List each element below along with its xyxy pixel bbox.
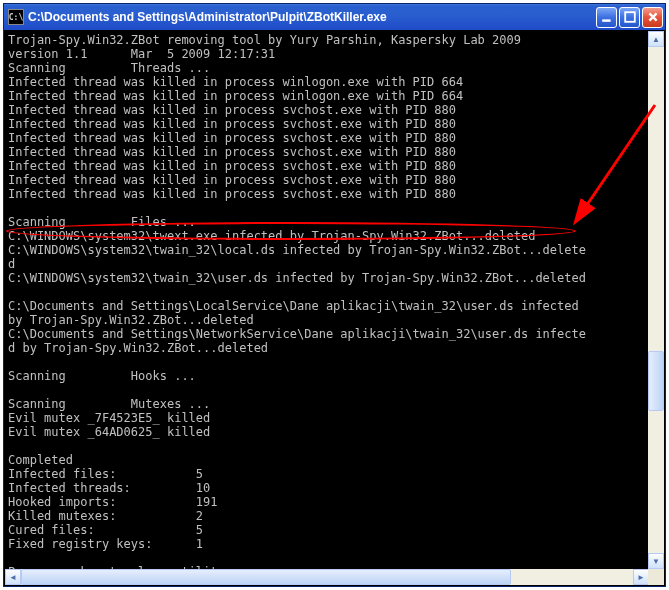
svg-rect-1 <box>625 12 635 22</box>
close-button[interactable] <box>642 7 663 28</box>
svg-rect-0 <box>602 19 610 21</box>
console-line: Trojan-Spy.Win32.ZBot removing tool by Y… <box>8 33 661 47</box>
console-line: C:\WINDOWS\system32\twain_32\local.ds in… <box>8 243 661 257</box>
console-line: C:\Documents and Settings\NetworkService… <box>8 327 661 341</box>
title-text: C:\Documents and Settings\Administrator\… <box>28 10 596 24</box>
console-line: Infected thread was killed in process sv… <box>8 159 661 173</box>
console-line: Scanning Hooks ... <box>8 369 661 383</box>
console-line: Infected thread was killed in process wi… <box>8 89 661 103</box>
console-line: Completed <box>8 453 661 467</box>
scroll-thumb-h[interactable] <box>21 569 511 585</box>
console-line: Infected files: 5 <box>8 467 661 481</box>
console-line: by Trojan-Spy.Win32.ZBot...deleted <box>8 313 661 327</box>
vertical-scrollbar[interactable]: ▲ ▼ <box>648 31 664 569</box>
console-line: Killed mutexes: 2 <box>8 509 661 523</box>
window-buttons <box>596 7 663 28</box>
console-line: Scanning Files ... <box>8 215 661 229</box>
console-line <box>8 355 661 369</box>
horizontal-scrollbar[interactable]: ◄ ► <box>5 569 649 585</box>
console-line <box>8 383 661 397</box>
console-output: Trojan-Spy.Win32.ZBot removing tool by Y… <box>4 30 665 586</box>
minimize-button[interactable] <box>596 7 617 28</box>
titlebar[interactable]: C:\ C:\Documents and Settings\Administra… <box>4 4 665 30</box>
console-line: Infected thread was killed in process sv… <box>8 187 661 201</box>
scroll-right-button[interactable]: ► <box>633 569 649 585</box>
console-line: Infected thread was killed in process sv… <box>8 145 661 159</box>
console-line: Fixed registry keys: 1 <box>8 537 661 551</box>
console-line: d <box>8 257 661 271</box>
command-prompt-window: C:\ C:\Documents and Settings\Administra… <box>3 3 666 587</box>
console-line: version 1.1 Mar 5 2009 12:17:31 <box>8 47 661 61</box>
scroll-down-button[interactable]: ▼ <box>648 553 664 569</box>
scroll-thumb-v[interactable] <box>648 351 664 411</box>
console-line: Infected thread was killed in process wi… <box>8 75 661 89</box>
scroll-track-v[interactable] <box>648 47 664 553</box>
console-line: Infected thread was killed in process sv… <box>8 173 661 187</box>
scroll-up-button[interactable]: ▲ <box>648 31 664 47</box>
scroll-left-button[interactable]: ◄ <box>5 569 21 585</box>
console-line: Scanning Threads ... <box>8 61 661 75</box>
console-line: Infected thread was killed in process sv… <box>8 131 661 145</box>
console-line <box>8 439 661 453</box>
console-line: Infected thread was killed in process sv… <box>8 117 661 131</box>
maximize-button[interactable] <box>619 7 640 28</box>
console-line: Infected thread was killed in process sv… <box>8 103 661 117</box>
scrollbar-corner <box>648 569 664 585</box>
scroll-track-h[interactable] <box>21 569 633 585</box>
console-line: Evil mutex _7F4523E5_ killed <box>8 411 661 425</box>
console-line: Infected threads: 10 <box>8 481 661 495</box>
console-line: Scanning Mutexes ... <box>8 397 661 411</box>
console-line: Hooked imports: 191 <box>8 495 661 509</box>
console-line <box>8 551 661 565</box>
console-line: d by Trojan-Spy.Win32.ZBot...deleted <box>8 341 661 355</box>
console-line <box>8 285 661 299</box>
console-line: C:\WINDOWS\system32\twain_32\user.ds inf… <box>8 271 661 285</box>
console-line: Cured files: 5 <box>8 523 661 537</box>
console-line <box>8 201 661 215</box>
console-line: C:\WINDOWS\system32\twext.exe infected b… <box>8 229 661 243</box>
console-line: C:\Documents and Settings\LocalService\D… <box>8 299 661 313</box>
console-line: Evil mutex _64AD0625_ killed <box>8 425 661 439</box>
cmd-icon: C:\ <box>8 9 24 25</box>
